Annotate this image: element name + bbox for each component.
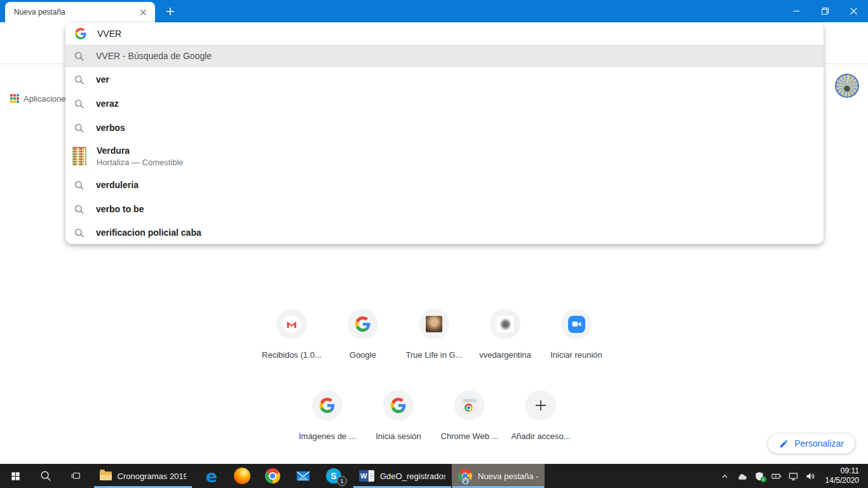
suggestion-text: verificacion policial caba	[96, 227, 201, 238]
taskbar-edge[interactable]: e	[196, 464, 227, 488]
suggestion-row[interactable]: verificacion policial caba	[65, 221, 824, 244]
folder-icon	[100, 471, 112, 480]
shortcut-tile-imagenes[interactable]: Imágenes de ...	[292, 385, 363, 441]
security-ok-check-icon: ✓	[761, 477, 766, 482]
skype-notification-badge: 1	[337, 476, 347, 486]
clock-time: 09:11	[841, 466, 859, 476]
taskbar-word-label: GdeO_registrados -...	[380, 471, 445, 481]
browser-tab[interactable]: Nueva pestaña	[5, 2, 155, 22]
tile-label: True Life in G...	[405, 350, 462, 360]
shortcut-tile-add[interactable]: Añadir acceso...	[505, 385, 576, 441]
apps-bookmark-label[interactable]: Aplicaciones	[24, 89, 70, 109]
suggestion-text: verduleria	[96, 180, 139, 190]
shortcut-tile-vvedargentina[interactable]: vvedargentina	[470, 304, 541, 360]
tile-circle	[561, 309, 592, 339]
window-controls	[782, 0, 868, 22]
google-g-icon	[75, 28, 86, 39]
ntp-profile-avatar[interactable]	[835, 74, 859, 98]
skype-icon: S 1	[326, 468, 341, 484]
tray-chevron-up-icon[interactable]	[720, 471, 730, 481]
taskbar-chrome-active-window[interactable]: Nueva pestaña - G...	[452, 464, 545, 488]
suggestion-row[interactable]: verbos	[65, 116, 824, 140]
customize-label: Personalizar	[794, 438, 844, 449]
edge-icon: e	[206, 468, 217, 485]
suggestion-text: verbos	[96, 123, 125, 133]
restore-button[interactable]	[811, 0, 839, 22]
start-button[interactable]	[0, 464, 31, 488]
shortcut-tile-google[interactable]: Google	[327, 304, 398, 360]
shortcut-tile-iniciar-reunion[interactable]: Iniciar reunión	[541, 304, 612, 360]
search-icon	[40, 470, 51, 482]
tile-label: Iniciar reunión	[550, 350, 602, 360]
search-icon	[74, 123, 84, 133]
search-icon	[74, 51, 84, 61]
tab-title: Nueva pestaña	[14, 8, 137, 17]
taskbar-firefox[interactable]	[227, 464, 257, 488]
google-g-icon	[391, 398, 406, 413]
omnibox-query-text[interactable]: VVER	[97, 29, 121, 39]
firefox-icon	[234, 468, 250, 484]
shortcut-tile-true-life[interactable]: True Life in G...	[398, 304, 470, 360]
emblem-icon	[497, 316, 513, 332]
mail-icon	[296, 470, 310, 482]
entity-title: Verdura	[97, 145, 184, 157]
google-g-icon	[355, 316, 370, 332]
tile-label: vvedargentina	[479, 350, 531, 360]
suggestion-row-entity[interactable]: Verdura Hortaliza — Comestible	[65, 140, 824, 173]
close-button[interactable]	[839, 0, 868, 22]
zoom-camera-icon	[568, 316, 585, 333]
omnibox[interactable]: VVER	[65, 23, 824, 44]
shortcut-tile-inicia-sesion[interactable]: Inicia sesión	[363, 385, 434, 441]
search-icon	[74, 99, 84, 109]
entity-subtitle: Hortaliza — Comestible	[97, 157, 184, 168]
entity-text: Verdura Hortaliza — Comestible	[97, 145, 184, 168]
taskbar-folder-cronogramas[interactable]: Cronogramas 2019	[93, 464, 193, 488]
pencil-icon	[779, 439, 789, 449]
suggestion-text: veraz	[96, 98, 119, 109]
suggestion-row[interactable]: ver	[65, 67, 824, 92]
suggestion-row[interactable]: verduleria	[65, 173, 824, 197]
taskbar-chrome-label: Nueva pestaña - G...	[478, 471, 538, 481]
tile-label: Añadir acceso...	[511, 431, 570, 441]
new-tab-button[interactable]	[161, 4, 179, 19]
suggestion-text: verbo to be	[96, 204, 144, 214]
suggestion-row-selected[interactable]: VVER - Búsqueda de Google	[65, 44, 824, 67]
plus-icon	[534, 398, 548, 412]
tile-label: Imágenes de ...	[299, 431, 356, 441]
network-icon[interactable]	[789, 471, 799, 481]
taskbar-clock[interactable]: 09:11 14/5/2020	[823, 466, 864, 485]
taskbar-word-document[interactable]: W GdeO_registrados -...	[353, 464, 452, 488]
windows-logo-icon	[10, 471, 21, 482]
tile-circle	[526, 390, 556, 421]
window-titlebar: Nueva pestaña	[0, 0, 868, 22]
desktop-screen: Nueva pestaña	[0, 0, 868, 488]
tile-circle	[419, 309, 449, 339]
tile-label: Chrome Web ...	[441, 431, 499, 441]
battery-charging-icon[interactable]	[771, 471, 782, 481]
apps-grid-icon[interactable]	[10, 94, 19, 103]
suggestion-row[interactable]: veraz	[65, 92, 824, 116]
tile-circle	[490, 309, 520, 339]
tile-circle	[312, 390, 342, 421]
taskbar-skype[interactable]: S 1	[318, 464, 349, 488]
chrome-web-store-icon	[461, 397, 478, 414]
tab-close-icon[interactable]	[137, 6, 149, 18]
shortcut-tile-chrome-web-store[interactable]: Chrome Web ...	[434, 385, 505, 441]
task-view-button[interactable]	[61, 464, 92, 488]
minimize-button[interactable]	[782, 0, 811, 22]
taskbar-chrome[interactable]	[257, 464, 288, 488]
volume-icon[interactable]	[806, 471, 816, 481]
google-g-icon	[320, 398, 335, 413]
tile-circle	[348, 309, 378, 339]
vegetable-chart-thumbnail-icon	[72, 147, 86, 166]
customize-button[interactable]: Personalizar	[768, 433, 855, 454]
taskbar-folder-label: Cronogramas 2019	[118, 471, 186, 481]
onedrive-cloud-icon[interactable]	[737, 471, 747, 481]
taskbar-mail[interactable]	[288, 464, 318, 488]
shortcut-tile-gmail[interactable]: Recibidos (1.0...	[256, 304, 327, 360]
taskbar-search-button[interactable]	[31, 464, 61, 488]
windows-security-shield-icon[interactable]: ✓	[754, 471, 764, 481]
task-view-icon	[71, 470, 82, 482]
suggestion-row[interactable]: verbo to be	[65, 197, 824, 221]
search-icon	[74, 75, 84, 85]
